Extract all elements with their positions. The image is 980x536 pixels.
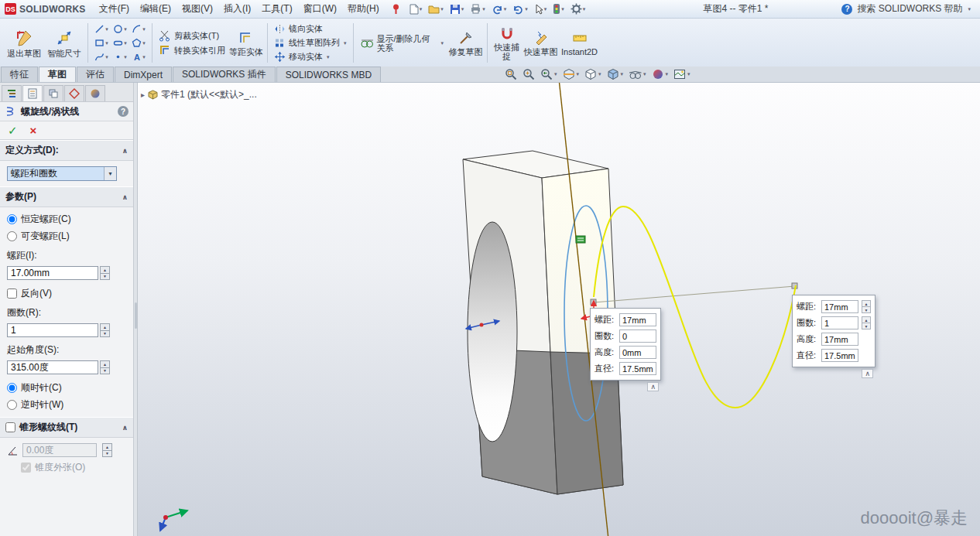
polygon-tool-button[interactable]: ▾ (129, 36, 148, 50)
help-search[interactable]: ? 搜索 SOLIDWORKS 帮助 ▾ (841, 2, 971, 15)
rectangle-tool-button[interactable]: ▾ (92, 36, 111, 50)
taper-angle-spinner[interactable]: ▲▼ (102, 443, 112, 457)
circle-tool-button[interactable]: ▾ (111, 22, 129, 36)
select-button[interactable]: ▾ (532, 2, 550, 16)
graphics-viewport[interactable]: ▸ 零件1 (默认<<默认>_... 螺距: 17mm (138, 83, 980, 536)
display-delete-relations-button[interactable]: 显示/删除几何关系 ▾ (358, 33, 447, 53)
spin-up-icon[interactable]: ▲ (100, 323, 110, 331)
counterclockwise-radio[interactable]: 逆时针(W) (7, 398, 126, 411)
taper-section-header[interactable]: 锥形螺纹线(T) ∧ (0, 417, 133, 438)
spin-up-icon[interactable]: ▲ (862, 300, 871, 307)
bore-hole[interactable] (468, 222, 517, 442)
callout-spinner[interactable]: ▲▼ (862, 300, 871, 313)
clockwise-radio[interactable]: 顺时针(C) (7, 381, 126, 394)
property-manager-tab[interactable] (22, 85, 43, 101)
callout-collapse-button[interactable]: ∧ (862, 369, 873, 378)
spin-up-icon[interactable]: ▲ (102, 443, 112, 451)
help-search-label[interactable]: 搜索 SOLIDWORKS 帮助 (857, 2, 962, 15)
line-tool-button[interactable]: ▾ (92, 22, 111, 36)
variable-pitch-radio-input[interactable] (7, 231, 17, 241)
new-file-button[interactable]: ▾ (407, 2, 425, 16)
zoom-area-button[interactable] (523, 68, 535, 80)
taper-angle-input[interactable]: 0.00度 (22, 443, 97, 457)
start-angle-spinner[interactable]: ▲▼ (100, 360, 110, 374)
callout-spinner[interactable]: ▲▼ (862, 316, 871, 329)
start-angle-input[interactable]: 315.00度 (7, 360, 98, 374)
callout-value[interactable]: 1 (821, 316, 858, 329)
options-button[interactable]: ▾ (568, 2, 588, 16)
ok-button[interactable]: ✓ (8, 124, 18, 138)
zoom-fit-button[interactable] (505, 68, 517, 80)
tab-mbd[interactable]: SOLIDWORKS MBD (276, 67, 381, 82)
display-style-button[interactable]: ▾ (607, 68, 624, 80)
reverse-checkbox[interactable]: 反向(V) (7, 287, 126, 300)
constant-pitch-radio-input[interactable] (7, 214, 17, 224)
callout-collapse-button[interactable]: ∧ (647, 382, 659, 391)
tab-addins[interactable]: SOLIDWORKS 插件 (173, 67, 276, 82)
spin-up-icon[interactable]: ▲ (100, 266, 110, 274)
spin-down-icon[interactable]: ▼ (100, 274, 110, 281)
offset-entities-button[interactable]: 等距实体 (229, 22, 263, 65)
rebuild-button[interactable]: ▾ (550, 2, 567, 16)
menu-item[interactable]: 窗口(W) (298, 0, 342, 18)
callout-value[interactable]: 17mm (619, 313, 656, 326)
definition-section-header[interactable]: 定义方式(D): ∧ (0, 140, 133, 161)
linear-pattern-button[interactable]: 线性草图阵列 ▾ (272, 36, 349, 50)
section-view-button[interactable]: ▾ (563, 68, 580, 80)
menu-item[interactable]: 编辑(E) (135, 0, 176, 18)
configuration-manager-tab[interactable] (43, 85, 63, 101)
spline-tool-button[interactable]: ▾ (92, 50, 111, 64)
repair-sketch-button[interactable]: 修复草图 (449, 22, 483, 65)
callout-value[interactable]: 17mm (821, 300, 858, 313)
feature-manager-tab[interactable] (2, 85, 22, 101)
pitch-spinner[interactable]: ▲▼ (100, 266, 110, 280)
open-file-button[interactable]: ▾ (426, 3, 446, 15)
callout-value[interactable]: 0mm (619, 346, 656, 359)
spin-up-icon[interactable]: ▲ (862, 316, 871, 323)
convert-entities-button[interactable]: 转换实体引用 (156, 43, 228, 57)
parameters-section-header[interactable]: 参数(P) ∧ (0, 186, 133, 207)
combobox-dropdown-icon[interactable]: ▾ (104, 167, 116, 180)
help-icon[interactable]: ? (841, 4, 852, 15)
previous-view-button[interactable]: ▾ (540, 68, 557, 80)
view-settings-button[interactable]: ▾ (673, 68, 690, 80)
tab-evaluate[interactable]: 评估 (77, 67, 114, 82)
arc-tool-button[interactable]: ▾ (129, 22, 148, 36)
rapid-sketch-button[interactable]: 快速草图 (524, 22, 558, 65)
spin-up-icon[interactable]: ▲ (100, 360, 110, 368)
reverse-checkbox-input[interactable] (7, 288, 17, 299)
taper-helix-checkbox-input[interactable] (5, 422, 15, 432)
menu-item[interactable]: 文件(F) (94, 0, 135, 18)
spin-down-icon[interactable]: ▼ (100, 368, 110, 375)
spin-down-icon[interactable]: ▼ (100, 331, 110, 338)
spin-down-icon[interactable]: ▼ (862, 323, 871, 329)
revolutions-spinner[interactable]: ▲▼ (100, 323, 110, 337)
spin-down-icon[interactable]: ▼ (862, 307, 871, 313)
definition-combobox[interactable]: 螺距和圈数 ▾ (7, 166, 117, 181)
mirror-entities-button[interactable]: 镜向实体 (272, 22, 349, 36)
tab-sketch[interactable]: 草图 (39, 67, 76, 82)
helix-end-callout[interactable]: 螺距: 17mm ▲▼ 圈数: 1 ▲▼ 高度: 17m (792, 295, 875, 367)
callout-value[interactable]: 17.5mm (821, 349, 858, 362)
trim-entities-button[interactable]: 剪裁实体(T) (156, 29, 228, 43)
point-tool-button[interactable]: ▾ (111, 50, 129, 64)
helix-start-callout[interactable]: 螺距: 17mm 圈数: 0 高度: 0mm (590, 308, 661, 381)
rapid-snap-button[interactable]: 快速捕捉 (492, 22, 523, 65)
property-help-icon[interactable]: ? (118, 106, 128, 117)
menu-item[interactable]: 帮助(H) (342, 0, 385, 18)
menu-item[interactable]: 插入(I) (218, 0, 256, 18)
print-button[interactable]: ▾ (468, 2, 488, 15)
view-orientation-button[interactable]: ▾ (584, 68, 601, 80)
spin-down-icon[interactable]: ▼ (102, 451, 112, 458)
edit-appearance-button[interactable]: ▾ (652, 68, 669, 80)
redo-button[interactable]: ▾ (510, 2, 530, 16)
menu-pin-button[interactable] (391, 3, 401, 15)
tab-features[interactable]: 特征 (1, 67, 38, 82)
save-button[interactable]: ▾ (447, 2, 467, 16)
callout-value[interactable]: 0 (619, 329, 656, 343)
exit-sketch-button[interactable]: 退出草图 (5, 22, 43, 65)
splitter-grip[interactable] (135, 302, 137, 329)
instant2d-button[interactable]: Instant2D (560, 22, 600, 65)
tab-dimxpert[interactable]: DimXpert (115, 67, 172, 82)
smart-dimension-button[interactable]: 智能尺寸 (45, 22, 84, 65)
